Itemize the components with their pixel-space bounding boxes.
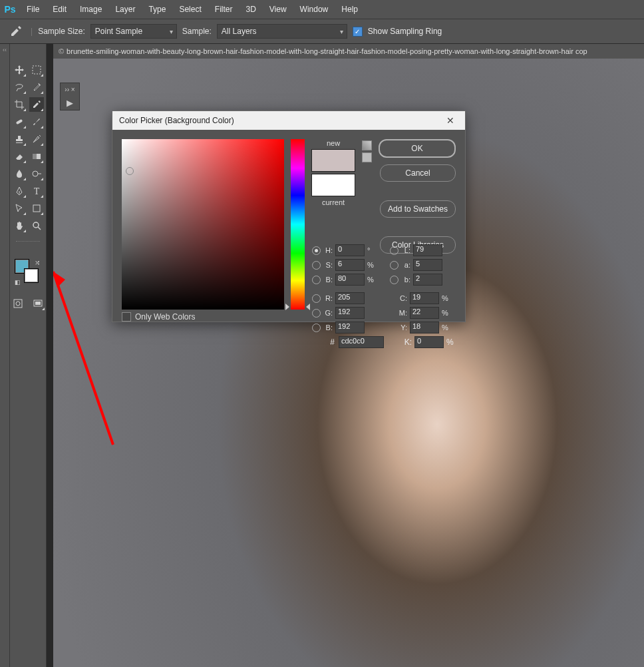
copyright-icon: © [59,47,64,55]
l-input[interactable]: 79 [413,244,442,256]
app-logo: Ps [0,0,20,19]
play-icon[interactable]: ▶ [67,98,73,108]
web-colors-label: Only Web Colors [135,312,195,322]
document-tab[interactable]: © brunette-smiling-woman-with-beauty-lon… [53,44,644,59]
move-tool[interactable] [12,63,27,77]
b-radio[interactable] [390,276,399,284]
eraser-tool[interactable] [12,149,27,164]
bb-radio[interactable] [312,324,321,332]
menu-3d[interactable]: 3D [239,0,262,19]
a-radio[interactable] [390,261,399,270]
dialog-titlebar[interactable]: Color Picker (Background Color) ✕ [112,111,465,130]
svg-rect-11 [35,302,41,305]
screenmode-tool[interactable] [31,296,45,311]
r-radio[interactable] [312,294,321,303]
hex-input[interactable]: cdc0c0 [339,336,384,348]
lasso-tool[interactable] [12,80,27,95]
actions-mini-panel[interactable]: ›› × ▶ [60,83,80,111]
sample-size-select[interactable]: Point Sample [90,24,177,39]
healing-tool[interactable] [12,114,27,129]
bv-radio[interactable] [312,276,321,284]
menu-filter[interactable]: Filter [208,0,240,19]
bb-input[interactable]: 192 [335,322,365,334]
svg-rect-3 [33,154,37,159]
menubar: Ps File Edit Image Layer Type Select Fil… [0,0,644,19]
menu-image[interactable]: Image [73,0,108,19]
panel-collapse-strip[interactable]: ‹‹ [0,44,10,667]
color-picker-dialog: Color Picker (Background Color) ✕ new cu… [112,111,466,322]
canvas-area: © brunette-smiling-woman-with-beauty-lon… [47,44,644,667]
stamp-tool[interactable] [12,132,27,146]
color-swatches[interactable]: ⤭ ◧ [15,259,41,286]
current-label: current [322,198,345,206]
m-input[interactable]: 22 [410,307,439,319]
color-fields: H: 0° L:79 S: 6% a:5 B: 80% b:2 [312,244,465,348]
menu-view[interactable]: View [263,0,293,19]
dialog-title: Color Picker (Background Color) [119,116,234,125]
web-colors-checkbox[interactable] [122,312,131,322]
eyedropper-tool[interactable] [29,97,44,112]
menu-layer[interactable]: Layer [108,0,142,19]
g-radio[interactable] [312,309,321,318]
gradient-tool[interactable] [29,149,44,164]
type-tool[interactable]: T [29,184,44,198]
svg-rect-8 [14,300,22,308]
g-input[interactable]: 192 [335,307,365,319]
zoom-tool[interactable] [29,218,44,233]
shape-tool[interactable] [29,201,44,216]
s-input[interactable]: 6 [335,259,365,271]
brush-tool[interactable] [29,114,44,129]
new-label: new [327,139,340,147]
h-input[interactable]: 0 [335,244,365,256]
path-select-tool[interactable] [12,201,27,216]
bv-input[interactable]: 80 [335,274,365,286]
l-radio[interactable] [390,246,399,255]
hue-slider[interactable] [291,139,305,310]
marquee-tool[interactable] [29,63,44,77]
sample-label: Sample: [182,27,212,36]
crop-tool[interactable] [12,97,27,112]
magic-wand-tool[interactable] [29,80,44,95]
menu-select[interactable]: Select [172,0,208,19]
default-colors-icon[interactable]: ◧ [15,279,21,286]
k-input[interactable]: 0 [414,336,444,348]
canvas[interactable]: ›› × ▶ Color Picker (Background Color) ✕ [53,59,644,667]
close-icon[interactable]: ✕ [442,115,458,126]
menu-edit[interactable]: Edit [46,0,73,19]
pen-tool[interactable] [12,184,27,198]
s-radio[interactable] [312,261,321,270]
show-ring-checkbox[interactable]: ✓ [353,27,363,37]
cancel-button[interactable]: Cancel [380,164,456,182]
history-brush-tool[interactable] [29,132,44,146]
eyedropper-icon [7,22,25,41]
ok-button[interactable]: OK [379,139,456,158]
menu-help[interactable]: Help [335,0,365,19]
c-input[interactable]: 19 [410,292,439,304]
a-input[interactable]: 5 [413,259,442,271]
dodge-tool[interactable] [29,166,44,181]
hand-tool[interactable] [12,218,27,233]
menu-window[interactable]: Window [293,0,335,19]
options-bar: | Sample Size: Point Sample Sample: All … [0,19,644,44]
menu-type[interactable]: Type [142,0,172,19]
current-color-swatch[interactable] [311,174,355,196]
y-input[interactable]: 18 [410,322,439,334]
panel-expand-icon[interactable]: ›› × [65,86,75,93]
svg-rect-6 [33,205,40,212]
sample-select[interactable]: All Layers [217,24,347,39]
new-color-swatch [311,149,355,172]
gamut-warning-icon[interactable] [362,140,372,150]
background-swatch[interactable] [24,268,39,283]
websafe-warning-icon[interactable] [362,152,372,162]
r-input[interactable]: 205 [335,292,365,304]
blur-tool[interactable] [12,166,27,181]
document-title: brunette-smiling-woman-with-beauty-long-… [67,47,587,55]
h-radio[interactable] [312,246,321,255]
add-swatches-button[interactable]: Add to Swatches [380,200,456,218]
saturation-value-field[interactable] [122,139,284,310]
menu-file[interactable]: File [20,0,46,19]
quickmask-tool[interactable] [11,296,25,311]
svg-rect-1 [16,119,23,124]
swap-colors-icon[interactable]: ⤭ [35,259,40,266]
b-input[interactable]: 2 [413,274,442,286]
